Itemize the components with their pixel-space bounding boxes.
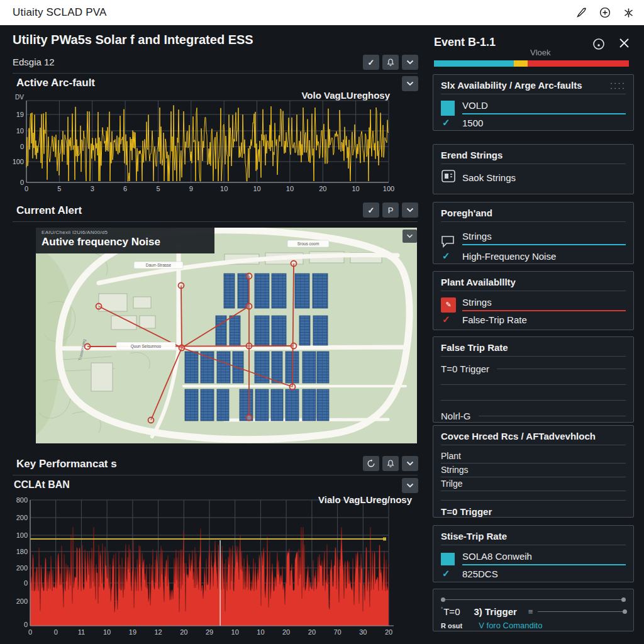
map-overlay-header: EAIU/Chexii I2UI6/AN00/d5 Autive frequen… [36,228,214,253]
svg-text:5: 5 [57,185,61,192]
svg-text:10: 10 [253,185,260,192]
site-map[interactable]: Daurr-Strasse Srous coom Quun Selsunnoo … [36,228,417,443]
arc-fault-chart: 053659101010201010019100-1000DV [13,92,418,196]
empty-row-line [441,384,626,385]
item-label: Saok Strings [462,171,626,184]
grid-icon [441,169,462,186]
edit-pen-icon[interactable] [576,8,587,18]
card-trigger-slider: ° T=0 3) Trigger ≡ R osut V foro Comandi… [433,589,634,631]
arc-fault-collapse-button[interactable] [402,76,418,91]
item-value: 1500 [462,118,626,128]
check-icon: ✓ [441,568,462,579]
header-bell-button[interactable] [382,55,399,70]
kpi-chart-title: CCLAt BAN [14,479,70,491]
value-slot-line[interactable] [479,416,626,416]
card-false-trip-rate: False Trip Rate T=0 Trigger Nolrl-G [433,336,634,423]
svg-text:0: 0 [28,628,32,636]
map-label-top: Daurr-Strasse [146,263,172,267]
section-title-current-alert: Current Alert [16,204,82,217]
severity-segment-red [528,60,629,67]
range-slider[interactable] [442,599,625,600]
svg-text:100: 100 [383,185,394,192]
svg-text:11: 11 [78,628,85,636]
target-icon[interactable] [592,38,605,53]
kpi-chart-legend: Vialo VagLUreg/nosy [13,494,412,505]
map-overlay-title: Autive frequency Noise [42,236,209,248]
map-overlay-meta: EAIU/Chexii I2UI6/AN00/d5 [42,230,209,235]
svg-text:200: 200 [16,597,28,605]
empty-row-line [441,400,626,401]
edit-pencil-icon: ✎ [441,297,456,313]
page-subtitle: Edsgia 12 [13,57,55,67]
value-slot-line[interactable] [497,369,626,369]
svg-text:20: 20 [180,628,187,636]
kpi-chart: 0011101912202910102020703020800200100180… [13,496,418,641]
drag-handle-icon[interactable]: ≡ [528,607,533,616]
t0-label: T=0 [443,606,460,617]
svg-text:20: 20 [319,185,326,192]
svg-text:9: 9 [189,185,193,192]
check-icon: ✓ [441,117,462,128]
close-icon[interactable] [618,36,631,52]
svg-text:0: 0 [24,579,28,587]
svg-text:100: 100 [16,531,28,539]
comment-icon [441,235,462,250]
kpi-bell-button[interactable] [382,456,399,471]
map-collapse-button[interactable] [402,230,417,243]
sidebar-subtitle: Vloek [530,48,551,57]
trigger-label: 3) Trigger [474,606,516,617]
sparkle-icon[interactable] [623,8,634,18]
alert-p-button[interactable]: P [382,203,399,218]
svg-text:19: 19 [129,628,136,636]
svg-text:6: 6 [123,185,127,192]
svg-text:10: 10 [16,127,24,135]
svg-text:10: 10 [352,185,359,192]
footer-label: T=0 Trigger [441,506,626,517]
item-label: VOLD [462,99,626,112]
svg-text:20: 20 [308,628,316,636]
list-item[interactable]: Plant [441,450,626,464]
svg-text:12: 12 [154,628,162,636]
command-link[interactable]: V foro Comandito [479,621,542,630]
svg-text:5: 5 [156,185,160,192]
more-menu-icon[interactable]: ········ [610,80,626,91]
severity-segment-teal [434,60,514,67]
section-title-kpi: Key Performancat s [16,458,117,470]
top-app-bar: Utiaity SCLAD PVA [0,0,644,25]
svg-text:20: 20 [282,628,290,636]
svg-text:DV: DV [15,94,24,101]
card-erend-strings: Erend Strings Saok Strings [433,144,634,194]
svg-text:200: 200 [16,514,28,521]
trigger-slider[interactable] [538,611,626,612]
map-label-center: Quun Selsunnoo [131,344,162,349]
svg-text:0: 0 [20,143,24,150]
header-confirm-button[interactable]: ✓ [363,55,379,70]
list-item[interactable]: Strings [441,464,626,477]
add-circle-icon[interactable] [599,7,611,18]
section-title-arc-fault: Active Arc-fault [16,77,95,89]
svg-text:70: 70 [333,628,341,636]
svg-text:0: 0 [24,621,28,628]
legend-swatch-icon [441,101,455,116]
sidebar-title: Event B-1.1 [434,36,496,49]
note-label: R osut [441,622,462,630]
card-poreghand: Poregh'and Strings ✓ High-Frequency Nois… [433,202,634,264]
kpi-chart-collapse-button[interactable] [402,478,418,493]
alert-collapse-button[interactable] [402,203,418,218]
svg-text:10: 10 [286,185,294,192]
svg-text:10: 10 [103,628,111,636]
list-item[interactable]: Trilge [441,477,626,491]
card-stise-trip-rate: Stise-Trip Rate SOLA8 Conweih ✓ 825DCS [433,525,634,582]
kpi-collapse-button[interactable] [402,456,418,471]
svg-text:-100: -100 [13,158,24,165]
svg-text:10: 10 [220,185,228,192]
severity-segment-yellow [514,60,528,67]
legend-swatch-icon [441,553,455,565]
svg-text:0: 0 [54,628,58,636]
header-collapse-button[interactable] [402,55,418,70]
page-title: Utility PWa5s Solar f and Integrated ESS [13,33,253,47]
map-label-top-right: Srous coom [297,242,319,246]
kpi-history-button[interactable] [363,456,379,471]
alert-confirm-button[interactable]: ✓ [363,203,379,218]
svg-text:10: 10 [231,628,239,636]
